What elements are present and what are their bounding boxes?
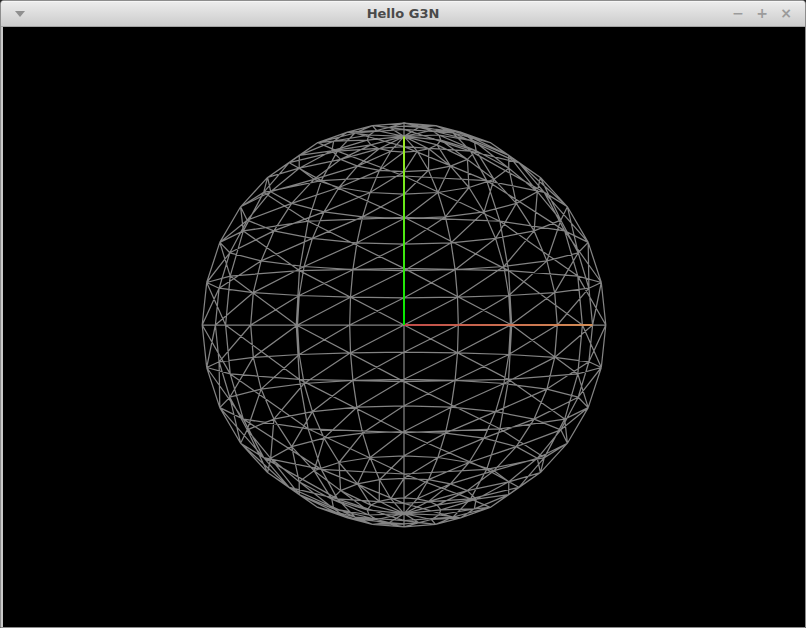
maximize-button[interactable]: + [750,1,774,26]
window-controls: − + × [726,1,798,26]
app-window: Hello G3N − + × [0,0,806,628]
window-title: Hello G3N [1,1,805,26]
scene-canvas[interactable] [3,27,805,627]
close-button[interactable]: × [774,1,798,26]
window-titlebar[interactable]: Hello G3N − + × [1,1,805,27]
minimize-button[interactable]: − [726,1,750,26]
render-viewport[interactable] [3,27,803,625]
